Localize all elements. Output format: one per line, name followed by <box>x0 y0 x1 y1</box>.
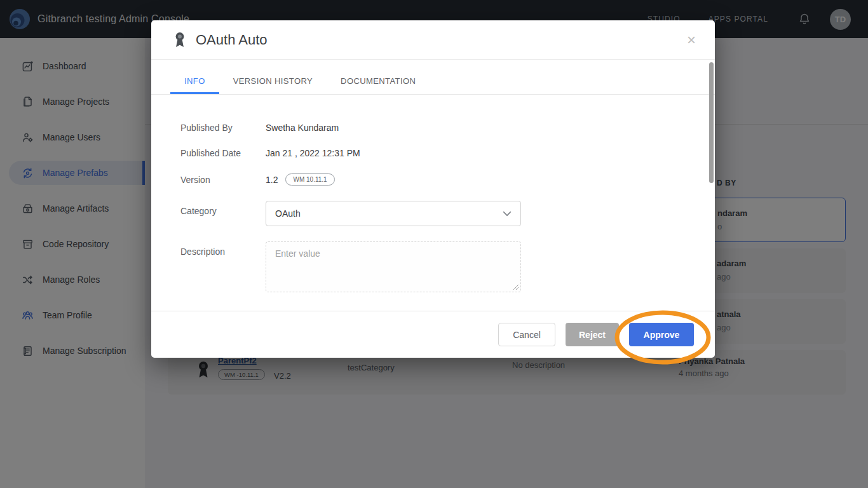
close-icon[interactable]: × <box>687 32 696 48</box>
modal-title: OAuth Auto <box>196 32 268 48</box>
tab-version-history[interactable]: VERSION HISTORY <box>219 69 327 94</box>
modal-header: OAuth Auto × <box>151 20 715 60</box>
version-label: Version <box>180 175 266 185</box>
prefab-info-form: Published By Swetha Kundaram Published D… <box>151 95 715 295</box>
modal-footer: Cancel Reject Approve <box>151 311 715 358</box>
published-by-label: Published By <box>180 123 266 133</box>
prefab-details-modal: OAuth Auto × INFO VERSION HISTORY DOCUME… <box>151 20 715 358</box>
published-date-value: Jan 21 , 2022 12:31 PM <box>266 148 360 158</box>
category-label: Category <box>180 206 266 216</box>
description-label: Description <box>180 247 266 257</box>
chevron-down-icon <box>503 211 512 217</box>
modal-tabs: INFO VERSION HISTORY DOCUMENTATION <box>151 69 715 95</box>
published-date-label: Published Date <box>180 148 266 158</box>
ribbon-icon <box>173 31 187 49</box>
published-date-row: Published Date Jan 21 , 2022 12:31 PM <box>180 148 715 158</box>
admin-console-screen: Gitbranch testing Admin Console STUDIO A… <box>0 0 868 488</box>
published-by-row: Published By Swetha Kundaram <box>180 123 715 133</box>
version-value: 1.2 <box>266 175 278 185</box>
category-select[interactable]: OAuth <box>266 201 521 226</box>
tab-documentation[interactable]: DOCUMENTATION <box>327 69 430 94</box>
cancel-button[interactable]: Cancel <box>498 323 555 346</box>
published-by-value: Swetha Kundaram <box>266 123 339 133</box>
description-input[interactable] <box>266 241 521 292</box>
modal-scrollbar[interactable] <box>709 62 714 183</box>
reject-button[interactable]: Reject <box>566 323 619 346</box>
version-row: Version 1.2 WM 10.11.1 <box>180 173 715 186</box>
description-row: Description <box>180 241 715 295</box>
approve-button[interactable]: Approve <box>629 323 694 346</box>
category-row: Category OAuth <box>180 201 715 226</box>
wm-version-badge: WM 10.11.1 <box>285 173 334 186</box>
category-selected-value: OAuth <box>275 208 301 219</box>
tab-info[interactable]: INFO <box>170 69 219 94</box>
